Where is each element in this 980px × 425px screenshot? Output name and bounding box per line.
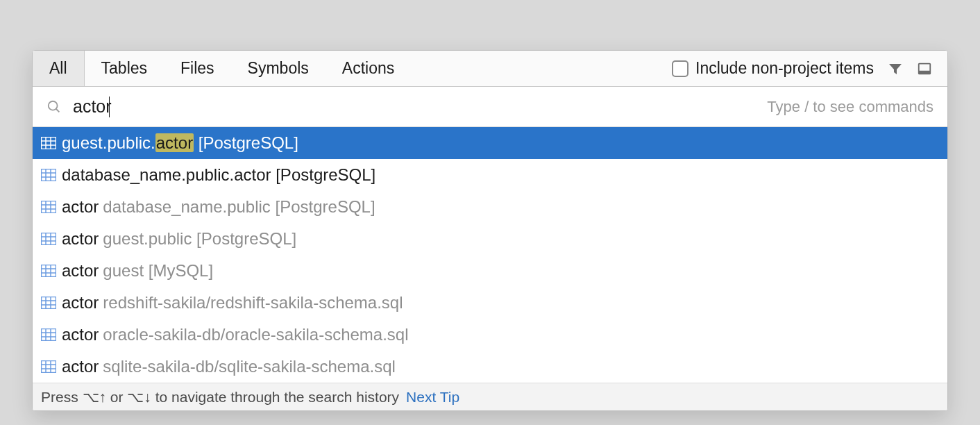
search-hint: Type / to see commands: [767, 98, 933, 116]
open-in-tool-window-icon[interactable]: [913, 57, 936, 81]
svg-rect-14: [42, 201, 56, 213]
result-item[interactable]: guest.public.actor [PostgreSQL]: [33, 127, 947, 159]
svg-rect-34: [42, 329, 56, 341]
svg-rect-29: [42, 297, 56, 309]
result-secondary: redshift-sakila/redshift-sakila-schema.s…: [103, 293, 403, 312]
svg-rect-39: [42, 361, 56, 373]
tabs-row: All Tables Files Symbols Actions Include…: [33, 51, 947, 87]
include-non-project-checkbox[interactable]: [672, 60, 688, 77]
result-item[interactable]: actororacle-sakila-db/oracle-sakila-sche…: [33, 319, 947, 351]
tab-files[interactable]: Files: [164, 51, 231, 86]
result-main: actor: [62, 325, 99, 344]
result-main: database_name.public.actor [PostgreSQL]: [62, 165, 375, 184]
tab-tables[interactable]: Tables: [85, 51, 164, 86]
result-main: actor: [62, 357, 99, 376]
result-secondary: sqlite-sakila-db/sqlite-sakila-schema.sq…: [103, 357, 396, 376]
tip-text: Press ⌥↑ or ⌥↓ to navigate through the s…: [41, 389, 399, 406]
svg-rect-4: [42, 138, 56, 149]
tab-all[interactable]: All: [33, 51, 85, 86]
result-main: actor: [62, 261, 99, 280]
result-secondary: database_name.public [PostgreSQL]: [103, 197, 375, 216]
svg-rect-1: [919, 70, 931, 74]
result-secondary: guest [MySQL]: [103, 261, 213, 280]
tab-actions[interactable]: Actions: [326, 51, 411, 86]
table-icon: [41, 265, 56, 277]
result-main: actor: [62, 229, 99, 248]
filter-icon[interactable]: [884, 57, 907, 81]
table-icon: [41, 328, 56, 341]
result-item[interactable]: actorguest.public [PostgreSQL]: [33, 223, 947, 255]
table-icon: [41, 297, 56, 309]
svg-rect-24: [42, 265, 56, 277]
svg-rect-19: [42, 233, 56, 245]
tab-symbols[interactable]: Symbols: [231, 51, 326, 86]
search-everywhere-popup: All Tables Files Symbols Actions Include…: [32, 50, 948, 411]
search-icon: [47, 99, 62, 115]
text-caret: [109, 97, 110, 117]
result-main: guest.public.actor [PostgreSQL]: [62, 133, 298, 152]
result-item[interactable]: database_name.public.actor [PostgreSQL]: [33, 159, 947, 191]
include-non-project-wrap: Include non-project items: [672, 59, 884, 78]
svg-rect-9: [42, 169, 56, 181]
table-icon: [41, 137, 56, 149]
table-icon: [41, 169, 56, 181]
include-non-project-label: Include non-project items: [695, 59, 874, 78]
search-input-value[interactable]: actor: [73, 97, 112, 117]
result-secondary: oracle-sakila-db/oracle-sakila-schema.sq…: [103, 325, 408, 344]
result-item[interactable]: actorguest [MySQL]: [33, 255, 947, 287]
next-tip-link[interactable]: Next Tip: [406, 389, 459, 406]
table-icon: [41, 233, 56, 245]
result-main: actor: [62, 197, 99, 216]
results-list: guest.public.actor [PostgreSQL]database_…: [33, 127, 947, 383]
tip-row: Press ⌥↑ or ⌥↓ to navigate through the s…: [33, 383, 947, 410]
result-main: actor: [62, 293, 99, 312]
result-item[interactable]: actorredshift-sakila/redshift-sakila-sch…: [33, 287, 947, 319]
result-item[interactable]: actorsqlite-sakila-db/sqlite-sakila-sche…: [33, 351, 947, 383]
search-row: actor Type / to see commands: [33, 87, 947, 127]
table-icon: [41, 360, 56, 373]
result-secondary: guest.public [PostgreSQL]: [103, 229, 296, 248]
table-icon: [41, 201, 56, 213]
result-item[interactable]: actordatabase_name.public [PostgreSQL]: [33, 191, 947, 223]
svg-point-2: [49, 101, 58, 110]
svg-line-3: [56, 108, 60, 112]
